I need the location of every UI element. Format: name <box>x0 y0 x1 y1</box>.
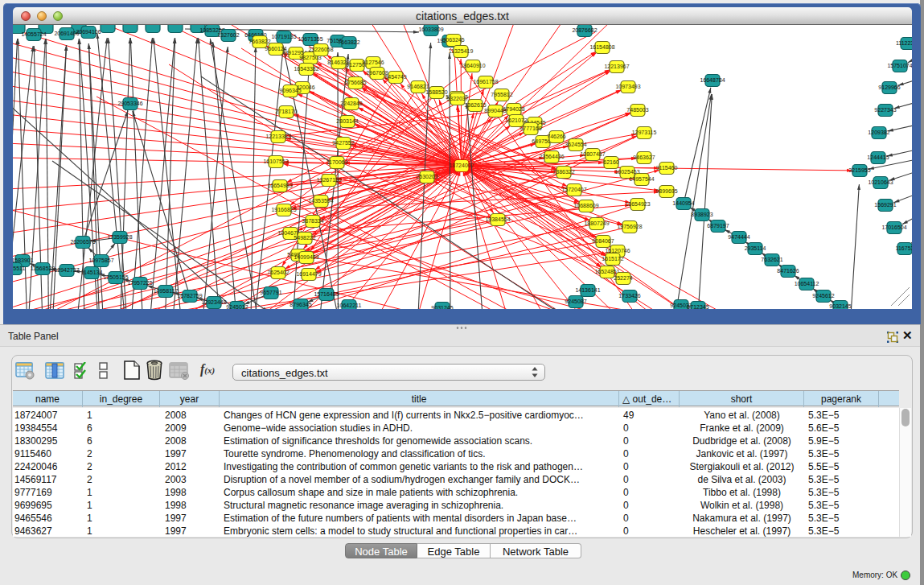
svg-text:9777169: 9777169 <box>519 126 541 131</box>
svg-text:17016504: 17016504 <box>881 225 906 230</box>
svg-text:14055724: 14055724 <box>21 31 46 37</box>
svg-text:2242848: 2242848 <box>340 101 362 106</box>
svg-text:9657791: 9657791 <box>260 290 281 295</box>
svg-text:16961758: 16961758 <box>473 79 498 84</box>
svg-text:23564436: 23564436 <box>539 154 564 159</box>
svg-text:3878334: 3878334 <box>302 218 323 224</box>
svg-text:12213967: 12213967 <box>604 64 629 69</box>
svg-text:11122334: 11122334 <box>896 40 912 46</box>
svg-text:14136141: 14136141 <box>575 287 600 293</box>
svg-text:1209382: 1209382 <box>868 130 889 135</box>
svg-text:3215955: 3215955 <box>848 167 870 173</box>
svg-text:9427552: 9427552 <box>332 140 354 146</box>
svg-text:16154808: 16154808 <box>589 44 614 50</box>
svg-text:12942737: 12942737 <box>54 267 79 273</box>
svg-text:10688609: 10688609 <box>573 203 598 208</box>
svg-text:1569291: 1569291 <box>874 202 896 208</box>
svg-text:8796345: 8796345 <box>290 302 311 307</box>
svg-text:16107553: 16107553 <box>263 159 288 164</box>
svg-text:15751074: 15751074 <box>887 63 912 68</box>
svg-text:14353594: 14353594 <box>308 198 333 204</box>
svg-text:16654983: 16654983 <box>267 183 292 188</box>
svg-text:7386322: 7386322 <box>552 169 574 175</box>
svg-text:10807487: 10807487 <box>580 151 605 157</box>
svg-text:10210643: 10210643 <box>868 179 893 185</box>
svg-text:9474444: 9474444 <box>728 234 749 240</box>
svg-text:12505155: 12505155 <box>103 274 128 280</box>
svg-text:6794028: 6794028 <box>503 106 524 112</box>
svg-text:2935114: 2935114 <box>745 245 766 251</box>
svg-text:9031245: 9031245 <box>431 305 453 309</box>
svg-text:19756928: 19756928 <box>617 224 642 229</box>
svg-text:9899695: 9899695 <box>655 188 677 194</box>
svg-text:7625402: 7625402 <box>267 270 289 275</box>
svg-text:23226058: 23226058 <box>308 47 333 52</box>
svg-text:20876682: 20876682 <box>572 27 597 33</box>
svg-text:15720407: 15720407 <box>561 187 586 192</box>
svg-text:1615172: 1615172 <box>602 256 623 262</box>
svg-text:17957225: 17957225 <box>127 280 152 286</box>
svg-text:116753: 116753 <box>896 245 912 251</box>
svg-text:19166825: 19166825 <box>271 207 296 212</box>
svg-text:7632621: 7632621 <box>761 257 782 262</box>
svg-text:9463627: 9463627 <box>633 154 655 160</box>
svg-text:16654923: 16654923 <box>625 201 650 207</box>
svg-text:1170064: 1170064 <box>326 159 348 165</box>
svg-text:1362615: 1362615 <box>464 102 486 108</box>
svg-text:14099489: 14099489 <box>294 254 318 260</box>
svg-text:10958117: 10958117 <box>154 288 179 294</box>
svg-text:20694106: 20694106 <box>76 29 101 35</box>
svg-text:18640910: 18640910 <box>460 63 485 68</box>
svg-text:9084067: 9084067 <box>592 238 614 244</box>
svg-text:14957544: 14957544 <box>629 176 654 182</box>
svg-text:5498222: 5498222 <box>294 235 315 241</box>
svg-text:8471626: 8471626 <box>777 268 799 274</box>
svg-text:9063245: 9063245 <box>442 37 464 43</box>
svg-text:1588520: 1588520 <box>425 89 447 95</box>
svg-text:2718170: 2718170 <box>275 109 297 114</box>
svg-text:5322037: 5322037 <box>446 96 468 101</box>
svg-text:9915511: 9915511 <box>13 266 25 271</box>
svg-text:252274: 252274 <box>614 275 632 281</box>
svg-text:6756685: 6756685 <box>344 80 366 85</box>
svg-text:9129966: 9129966 <box>878 84 900 90</box>
svg-text:9146821: 9146821 <box>407 84 429 89</box>
svg-text:8938923: 8938923 <box>691 212 713 217</box>
svg-text:10973493: 10973493 <box>615 84 640 89</box>
svg-text:18807249: 18807249 <box>584 220 609 226</box>
svg-text:11568529: 11568529 <box>31 266 55 271</box>
svg-text:11325419: 11325419 <box>449 48 474 54</box>
svg-text:15716485: 15716485 <box>314 291 339 297</box>
svg-text:9032145: 9032145 <box>829 303 851 309</box>
svg-text:16782759: 16782759 <box>177 293 202 299</box>
svg-text:12923448: 12923448 <box>201 299 226 305</box>
svg-text:9227343: 9227343 <box>874 107 896 113</box>
svg-text:9127546: 9127546 <box>362 60 384 65</box>
svg-text:13267110: 13267110 <box>317 177 342 183</box>
svg-text:10642211: 10642211 <box>337 303 362 308</box>
svg-text:7955812: 7955812 <box>491 92 512 97</box>
svg-text:6879197: 6879197 <box>707 223 729 229</box>
svg-text:9660124: 9660124 <box>265 46 286 51</box>
svg-text:17359928: 17359928 <box>107 234 132 240</box>
svg-text:1327602: 1327602 <box>217 32 239 38</box>
svg-text:62160: 62160 <box>603 159 619 165</box>
svg-text:29053346: 29053346 <box>117 101 142 106</box>
svg-text:1733426: 1733426 <box>618 293 640 299</box>
svg-text:7485003: 7485003 <box>626 107 648 113</box>
svg-text:1244415: 1244415 <box>867 154 889 160</box>
svg-text:1440954: 1440954 <box>672 200 694 206</box>
svg-text:2530203: 2530203 <box>416 174 437 179</box>
svg-text:16033809: 16033809 <box>418 27 443 32</box>
svg-text:10654112: 10654112 <box>795 281 819 286</box>
svg-text:9096345: 9096345 <box>279 88 301 93</box>
svg-text:16648784: 16648784 <box>700 77 725 83</box>
svg-text:3624554: 3624554 <box>565 142 586 147</box>
svg-text:2803144: 2803144 <box>336 118 358 124</box>
svg-text:12213383: 12213383 <box>265 134 290 139</box>
svg-text:9115460: 9115460 <box>656 165 678 171</box>
svg-text:26206576: 26206576 <box>70 239 95 245</box>
svg-text:7663822: 7663822 <box>248 39 270 44</box>
svg-text:19384554: 19384554 <box>485 216 510 222</box>
svg-text:10671355: 10671355 <box>298 36 322 42</box>
